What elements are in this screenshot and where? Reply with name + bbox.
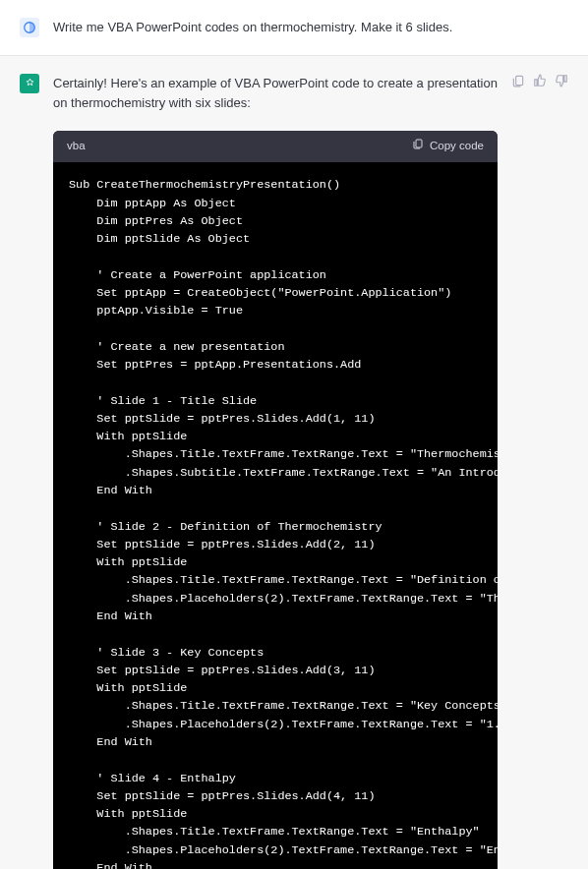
code-block: vba Copy code Sub CreateThermochemistryP… (53, 131, 498, 869)
copy-code-label: Copy code (430, 138, 484, 155)
user-message: Write me VBA PowerPoint codes on thermoc… (0, 0, 588, 56)
thumbs-down-icon[interactable] (555, 74, 568, 90)
user-avatar (20, 18, 39, 37)
code-header: vba Copy code (53, 131, 498, 162)
message-actions (511, 74, 568, 869)
user-message-text: Write me VBA PowerPoint codes on thermoc… (53, 18, 568, 37)
copy-code-button[interactable]: Copy code (412, 138, 484, 155)
assistant-message: Certainly! Here's an example of VBA Powe… (0, 56, 588, 869)
copy-message-icon[interactable] (511, 74, 525, 90)
code-language-label: vba (67, 138, 86, 155)
assistant-avatar (20, 74, 39, 93)
thumbs-up-icon[interactable] (533, 74, 547, 90)
svg-rect-1 (416, 140, 422, 147)
clipboard-icon (412, 138, 424, 155)
assistant-intro-text: Certainly! Here's an example of VBA Powe… (53, 74, 498, 113)
svg-rect-2 (516, 76, 523, 85)
code-content[interactable]: Sub CreateThermochemistryPresentation() … (53, 162, 498, 869)
